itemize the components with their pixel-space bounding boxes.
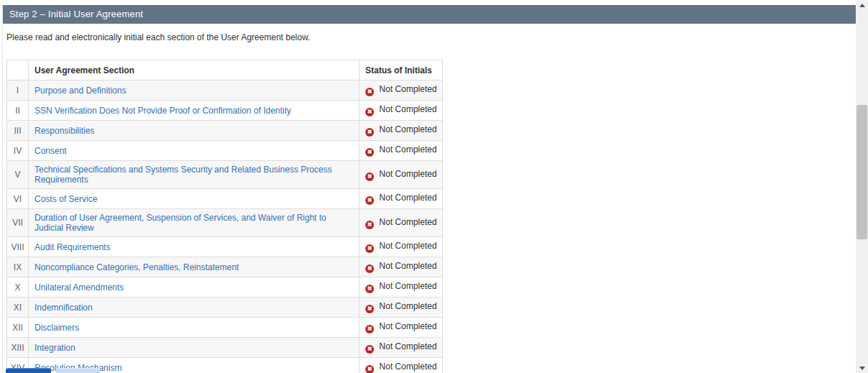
table-row: IISSN Verification Does Not Provide Proo…	[7, 101, 443, 121]
row-numeral: VI	[7, 189, 29, 209]
vertical-scrollbar[interactable]	[856, 0, 868, 373]
x-circle-icon: ✖	[365, 345, 374, 354]
table-row: IPurpose and Definitions✖ Not Completed	[7, 80, 443, 101]
x-circle-icon: ✖	[365, 128, 374, 137]
section-link[interactable]: Disclaimers	[35, 323, 79, 333]
bottom-button-bar	[6, 368, 100, 373]
instruction-text: Please read and electronically initial e…	[6, 32, 856, 42]
table-row: VIIDuration of User Agreement, Suspensio…	[7, 209, 443, 237]
row-numeral: VIII	[7, 237, 29, 257]
step-header: Step 2 – Initial User Agreement	[3, 5, 856, 24]
status-label: Not Completed	[377, 104, 437, 114]
status-label: Not Completed	[377, 169, 437, 179]
table-row: VTechnical Specifications and Systems Se…	[7, 161, 443, 189]
row-numeral: III	[7, 121, 29, 141]
row-numeral: II	[7, 101, 29, 121]
row-numeral: X	[7, 277, 29, 298]
status-label: Not Completed	[377, 193, 437, 203]
status-label: Not Completed	[377, 124, 437, 134]
scrollbar-thumb[interactable]	[856, 105, 867, 239]
page-title: Step 2 – Initial User Agreement	[9, 9, 143, 19]
x-circle-icon: ✖	[365, 264, 374, 273]
section-link[interactable]: Consent	[35, 146, 67, 156]
status-label: Not Completed	[377, 341, 437, 351]
status-label: Not Completed	[377, 301, 437, 311]
table-row: XIIndemnification✖ Not Completed	[7, 298, 443, 318]
section-link[interactable]: Technical Specifications and Systems Sec…	[35, 165, 332, 185]
user-agreement-table: User Agreement Section Status of Initial…	[6, 60, 443, 373]
section-link[interactable]: Duration of User Agreement, Suspension o…	[35, 213, 326, 233]
section-link[interactable]: Costs of Service	[35, 194, 97, 204]
table-header-row: User Agreement Section Status of Initial…	[7, 60, 443, 80]
x-circle-icon: ✖	[365, 365, 374, 373]
x-circle-icon: ✖	[365, 108, 374, 116]
section-link[interactable]: Noncompliance Categories, Penalties, Rei…	[35, 262, 239, 272]
section-link[interactable]: Integration	[35, 343, 76, 353]
row-numeral: I	[7, 80, 29, 101]
status-label: Not Completed	[377, 144, 437, 155]
x-circle-icon: ✖	[365, 196, 374, 205]
section-link[interactable]: Audit Requirements	[35, 242, 110, 252]
table-row: IIIResponsibilities✖ Not Completed	[7, 121, 443, 141]
status-label: Not Completed	[377, 281, 437, 291]
table-row: VIIIAudit Requirements✖ Not Completed	[7, 237, 443, 257]
x-circle-icon: ✖	[365, 221, 374, 229]
row-numeral: IV	[7, 141, 29, 161]
table-row: VICosts of Service✖ Not Completed	[7, 189, 443, 209]
section-link[interactable]: Unilateral Amendments	[35, 282, 124, 293]
section-link[interactable]: Purpose and Definitions	[35, 86, 126, 96]
scroll-up-icon[interactable]	[856, 0, 868, 10]
x-circle-icon: ✖	[365, 325, 374, 333]
row-numeral: IX	[7, 257, 29, 277]
status-label: Not Completed	[377, 217, 437, 227]
bottom-primary-button[interactable]	[6, 368, 51, 373]
row-numeral: VII	[7, 209, 29, 237]
row-numeral: XIII	[7, 338, 29, 358]
scroll-down-icon[interactable]	[856, 363, 868, 373]
x-circle-icon: ✖	[365, 148, 374, 157]
status-label: Not Completed	[377, 261, 437, 271]
table-row: XUnilateral Amendments✖ Not Completed	[7, 277, 443, 298]
table-row: XIIIIntegration✖ Not Completed	[7, 338, 443, 358]
status-label: Not Completed	[377, 241, 437, 251]
status-label: Not Completed	[377, 84, 437, 94]
row-numeral: XI	[7, 298, 29, 318]
status-label: Not Completed	[377, 362, 437, 372]
x-circle-icon: ✖	[365, 285, 374, 293]
x-circle-icon: ✖	[365, 88, 374, 96]
table-row: XIIDisclaimers✖ Not Completed	[7, 318, 443, 338]
section-link[interactable]: SSN Verification Does Not Provide Proof …	[35, 106, 291, 116]
row-numeral: V	[7, 161, 29, 189]
content-panel: Step 2 – Initial User Agreement Please r…	[2, 5, 856, 373]
column-header-status: Status of Initials	[360, 60, 443, 80]
table-row: IXNoncompliance Categories, Penalties, R…	[7, 257, 443, 277]
x-circle-icon: ✖	[365, 305, 374, 313]
bottom-secondary-button[interactable]	[56, 368, 100, 373]
section-link[interactable]: Responsibilities	[35, 126, 94, 136]
status-label: Not Completed	[377, 321, 437, 331]
column-header-numeral	[7, 60, 29, 80]
column-header-section: User Agreement Section	[29, 60, 360, 80]
section-link[interactable]: Indemnification	[35, 303, 93, 313]
x-circle-icon: ✖	[365, 244, 374, 253]
table-row: IVConsent✖ Not Completed	[7, 141, 443, 161]
row-numeral: XII	[7, 318, 29, 338]
x-circle-icon: ✖	[365, 172, 374, 181]
